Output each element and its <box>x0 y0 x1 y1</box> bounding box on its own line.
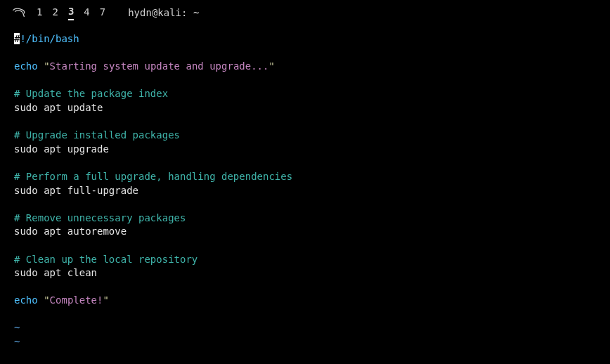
terminal-content[interactable]: #!/bin/bash echo "Starting system update… <box>0 25 610 353</box>
blank-line <box>14 239 606 253</box>
titlebar: 1 2 3 4 7 hydn@kali: ~ <box>0 0 610 25</box>
code-line: #!/bin/bash <box>14 32 606 46</box>
vim-tilde: ~ <box>14 335 606 349</box>
blank-line <box>14 156 606 170</box>
tab-4[interactable]: 4 <box>84 6 89 20</box>
tab-list: 1 2 3 4 7 <box>37 6 105 20</box>
tab-2[interactable]: 2 <box>52 6 58 20</box>
code-line: echo "Starting system update and upgrade… <box>14 60 606 74</box>
tab-3[interactable]: 3 <box>68 6 74 20</box>
blank-line <box>14 280 606 294</box>
blank-line <box>14 115 606 129</box>
echo-keyword: echo <box>14 294 44 306</box>
kali-dragon-icon <box>11 5 27 20</box>
comment-line: # Remove unnecessary packages <box>14 212 606 226</box>
code-line: echo "Complete!" <box>14 294 606 308</box>
blank-line <box>14 74 606 88</box>
blank-line <box>14 308 606 322</box>
shebang: !/bin/bash <box>20 33 79 44</box>
blank-line <box>14 46 606 60</box>
code-line: sudo apt upgrade <box>14 143 606 157</box>
quote: " <box>44 294 49 306</box>
vim-tilde: ~ <box>14 321 606 335</box>
code-line: sudo apt autoremove <box>14 225 606 239</box>
string: Starting system update and upgrade... <box>50 60 269 72</box>
quote: " <box>103 294 108 306</box>
window-title: hydn@kali: ~ <box>128 7 199 18</box>
code-line: sudo apt full-upgrade <box>14 184 606 198</box>
code-line: sudo apt clean <box>14 266 606 280</box>
comment-line: # Upgrade installed packages <box>14 129 606 143</box>
comment-line: # Clean up the local repository <box>14 253 606 267</box>
tab-7[interactable]: 7 <box>100 6 105 20</box>
tab-1[interactable]: 1 <box>37 6 42 20</box>
quote: " <box>44 60 49 72</box>
blank-line <box>14 197 606 212</box>
comment-line: # Perform a full upgrade, handling depen… <box>14 170 606 184</box>
code-line: sudo apt update <box>14 101 606 115</box>
echo-keyword: echo <box>14 60 44 72</box>
comment-line: # Update the package index <box>14 87 606 101</box>
quote: " <box>268 60 274 72</box>
string: Complete! <box>50 294 103 306</box>
